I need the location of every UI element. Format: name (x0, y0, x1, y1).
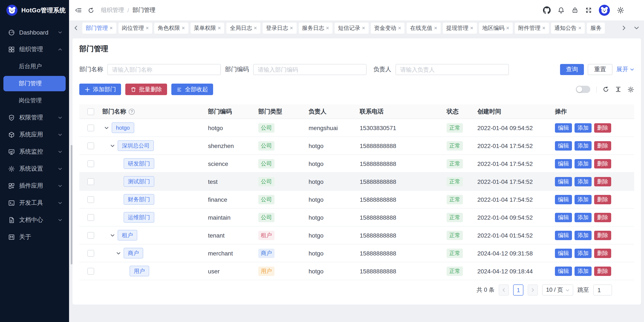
delete-button[interactable]: 删除 (594, 177, 611, 186)
delete-button[interactable]: 删除 (594, 195, 611, 204)
github-icon[interactable] (543, 7, 551, 14)
tab-close-icon[interactable]: × (470, 25, 473, 31)
tab-close-icon[interactable]: × (362, 25, 365, 31)
tab-global-log[interactable]: 全局日志× (226, 22, 260, 34)
sidebar-item-dev-tools[interactable]: 开发工具 (0, 194, 69, 211)
add-button[interactable]: 添加 (574, 141, 592, 150)
column-settings-gear-icon[interactable] (628, 86, 634, 93)
sidebar-collapse-icon[interactable] (75, 7, 82, 14)
edit-button[interactable]: 编辑 (555, 213, 572, 222)
sidebar-item-about[interactable]: 关于 (0, 229, 69, 246)
tab-close-icon[interactable]: × (326, 25, 329, 31)
tab-close-icon[interactable]: × (290, 25, 293, 31)
edit-button[interactable]: 编辑 (555, 141, 572, 150)
row-checkbox[interactable] (87, 160, 94, 167)
tab-close-icon[interactable]: × (578, 25, 581, 31)
delete-button[interactable]: 删除 (594, 159, 611, 168)
tree-expand-caret-icon[interactable] (116, 250, 121, 256)
reset-button[interactable]: 重置 (588, 64, 612, 75)
tab-online-recharge[interactable]: 在线充值× (407, 22, 441, 34)
tab-close-icon[interactable]: × (110, 25, 113, 31)
sidebar-subitem-post-management[interactable]: 岗位管理 (0, 92, 69, 109)
row-checkbox[interactable] (87, 178, 94, 185)
edit-button[interactable]: 编辑 (555, 248, 572, 258)
refresh-page-icon[interactable] (88, 7, 94, 14)
sidebar-item-doc-center[interactable]: 文档中心 (0, 211, 69, 229)
dept-code-input[interactable] (253, 64, 366, 75)
expand-link[interactable]: 展开 (616, 66, 634, 73)
delete-button[interactable]: 删除 (594, 230, 611, 240)
settings-gear-icon[interactable] (617, 7, 624, 14)
delete-button[interactable]: 删除 (594, 141, 611, 150)
dept-name-input[interactable] (108, 64, 221, 75)
page-1-button[interactable]: 1 (513, 284, 524, 295)
tabs-scroll-left-icon[interactable] (73, 25, 79, 31)
add-button[interactable]: 添加 (574, 177, 592, 186)
tab-close-icon[interactable]: × (182, 25, 185, 31)
sidebar-subitem-backend-users[interactable]: 后台用户 (0, 58, 69, 75)
delete-button[interactable]: 删除 (594, 213, 611, 222)
delete-button[interactable]: 删除 (594, 266, 611, 276)
tab-service-partial[interactable]: 服务 (587, 22, 605, 34)
prev-page-button[interactable] (499, 284, 509, 295)
row-checkbox[interactable] (87, 196, 94, 203)
next-page-button[interactable] (528, 284, 538, 295)
batch-delete-button[interactable]: 批量删除 (125, 84, 167, 95)
add-button[interactable]: 添加 (574, 248, 592, 258)
tab-service-log[interactable]: 服务日志× (298, 22, 332, 34)
tab-region-code[interactable]: 地区编码× (479, 22, 513, 34)
tree-expand-caret-icon[interactable] (104, 125, 109, 130)
sidebar-item-organization[interactable]: 组织管理 (0, 41, 69, 58)
edit-button[interactable]: 编辑 (555, 159, 572, 168)
row-checkbox[interactable] (87, 214, 94, 221)
scrollbar-thumb[interactable] (71, 145, 72, 264)
tab-notice[interactable]: 通知公告× (551, 22, 585, 34)
edit-button[interactable]: 编辑 (555, 177, 572, 186)
row-checkbox[interactable] (87, 250, 94, 256)
tree-expand-caret-icon[interactable] (110, 233, 115, 238)
fullscreen-icon[interactable] (585, 7, 592, 14)
collapse-all-button[interactable]: 全部收起 (171, 84, 213, 95)
density-icon[interactable] (615, 86, 622, 93)
sidebar-item-system-monitor[interactable]: 系统监控 (0, 143, 69, 160)
sidebar-subitem-department-management[interactable]: 部门管理 (4, 76, 66, 91)
bell-icon[interactable] (558, 7, 565, 14)
tab-post-management[interactable]: 岗位管理× (118, 22, 152, 34)
add-button[interactable]: 添加 (574, 159, 592, 168)
row-checkbox[interactable] (87, 124, 94, 131)
edit-button[interactable]: 编辑 (555, 123, 572, 132)
breadcrumb-current[interactable]: 部门管理 (132, 7, 156, 14)
edit-button[interactable]: 编辑 (555, 230, 572, 240)
sidebar-item-permission[interactable]: 权限管理 (0, 109, 69, 126)
lock-icon[interactable] (572, 7, 578, 14)
app-logo[interactable]: HotGo管理系统 (0, 0, 69, 21)
tab-close-icon[interactable]: × (218, 25, 221, 31)
tree-expand-caret-icon[interactable] (110, 143, 115, 148)
edit-button[interactable]: 编辑 (555, 195, 572, 204)
tabs-dropdown-icon[interactable] (634, 25, 639, 31)
tab-close-icon[interactable]: × (542, 25, 545, 31)
help-circle-icon[interactable]: ? (129, 109, 135, 115)
reload-table-icon[interactable] (603, 86, 609, 93)
jump-page-input[interactable] (593, 284, 612, 295)
tab-withdraw-management[interactable]: 提现管理× (443, 22, 477, 34)
row-checkbox[interactable] (87, 142, 94, 149)
add-button[interactable]: 添加 (574, 230, 592, 240)
delete-button[interactable]: 删除 (594, 123, 611, 132)
tab-attachment-management[interactable]: 附件管理× (515, 22, 549, 34)
sidebar-item-system-app[interactable]: 系统应用 (0, 126, 69, 143)
row-checkbox[interactable] (87, 232, 94, 239)
select-all-checkbox[interactable] (87, 108, 94, 115)
tab-role-permission[interactable]: 角色权限× (154, 22, 188, 34)
sidebar-item-plugin-app[interactable]: 插件应用 (0, 177, 69, 194)
query-button[interactable]: 查询 (560, 64, 584, 75)
tab-close-icon[interactable]: × (506, 25, 509, 31)
tab-sms-record[interactable]: 短信记录× (334, 22, 368, 34)
add-department-button[interactable]: 添加部门 (79, 84, 121, 95)
row-checkbox[interactable] (87, 268, 94, 274)
add-button[interactable]: 添加 (574, 266, 592, 276)
striped-toggle[interactable] (576, 86, 590, 93)
user-avatar[interactable] (599, 5, 610, 16)
tab-close-icon[interactable]: × (254, 25, 257, 31)
add-button[interactable]: 添加 (574, 213, 592, 222)
